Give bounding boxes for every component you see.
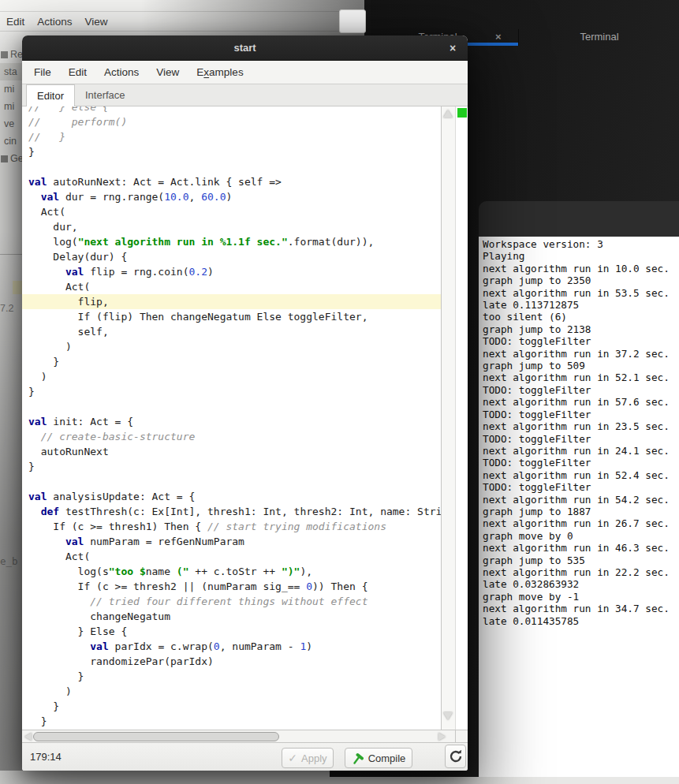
terminal-log-line: graph move by -1 [483,591,679,603]
menu-examples-post: amples [209,66,244,78]
cursor-position: 179:14 [30,751,62,763]
menu-examples-pre: E [196,66,203,78]
code-line: val parIdx = c.wrap(0, numParam - 1) [28,639,441,654]
terminal-log-line: Playing [483,250,679,262]
background-list-item[interactable]: Re [0,46,22,63]
code-line: val autoRunNext: Act = Act.link { self =… [28,174,441,189]
close-icon[interactable]: × [445,40,461,56]
terminal-log-line: next algorithm run in 23.5 sec. [483,420,679,432]
list-item-label: sta [0,66,17,77]
background-menu-item[interactable]: Edit [6,16,24,28]
code-line: If (c >= thresh1) Then { // start trying… [28,519,441,534]
terminal-log-line: TODO: toggleFilter [483,384,679,396]
background-list-item[interactable]: mi [0,98,22,115]
terminal-log-line: TODO: toggleFilter [483,457,679,469]
code-line [28,159,441,174]
code-line: // create-basic-structure [28,429,441,444]
list-item-label: mi [0,84,14,95]
code-line: randomizePar(parIdx) [28,654,441,669]
code-line: ) [28,369,441,384]
horizontal-scrollbar[interactable] [22,730,468,742]
list-item-label: Ge [10,153,22,164]
terminal-log-line: graph jump to 1887 [483,506,679,517]
code-line: val numParam = refGenNumParam [28,534,441,549]
background-menu-item[interactable]: View [85,16,108,28]
code-line: Act( [28,204,441,219]
terminal-log-line: next algorithm run in 22.2 sec. [483,566,679,578]
code-line: } [28,714,441,729]
editor-side-strip [455,106,468,730]
compile-label: Compile [368,752,406,764]
code-line: } [28,459,441,474]
code-line: } [28,384,441,399]
background-highlight-fragment [13,281,22,294]
terminal-log-line: next algorithm run in 46.3 sec. [483,542,679,554]
list-item-icon [1,155,8,162]
code-line: val init: Act = { [28,414,441,429]
refresh-button[interactable] [445,745,466,768]
tab-interface[interactable]: Interface [75,84,136,106]
menu-actions[interactable]: Actions [95,66,147,78]
terminal-log-line: graph jump to 2138 [483,323,679,335]
terminal-output[interactable]: Workspace version: 3Playingnext algorith… [479,237,679,777]
list-item-label: ve [0,118,14,129]
terminal-tab-2[interactable]: Terminal [552,31,647,43]
terminal-log-line: graph jump to 535 [483,554,679,566]
scroll-left-icon[interactable] [24,733,32,741]
terminal-log-line: next algorithm run in 10.0 sec. [483,263,679,274]
background-list-item[interactable]: ve [0,115,22,133]
menu-bar: File Edit Actions View Examples [22,61,468,84]
background-list-item[interactable]: Ge [0,150,22,167]
code-line: If (c >= thresh2 || (numParam sig_== 0))… [28,579,441,594]
terminal-log-line: too silent (6) [483,311,679,323]
background-window-fragment [339,9,366,33]
hammer-icon [352,752,364,764]
code-editor[interactable]: // } else {// perform()// }} val autoRun… [22,106,441,730]
check-icon: ✓ [288,752,297,764]
scroll-right-icon[interactable] [438,733,446,741]
code-line: Act( [28,549,441,564]
background-list-item[interactable]: mi [0,80,22,98]
horizontal-scroll-thumb[interactable] [33,732,279,741]
terminal-log-line: Workspace version: 3 [483,238,679,250]
scroll-up-icon[interactable] [443,110,453,118]
title-bar[interactable]: start × [22,35,468,61]
code-line: } [28,699,441,714]
code-line: // } else { [28,106,441,114]
menu-view[interactable]: View [147,66,188,78]
code-line: val flip = rng.coin(0.2) [28,264,441,279]
background-item-list: RestamimivecinGe [0,46,22,172]
code-line: // tried four different things without e… [28,594,441,609]
menu-examples[interactable]: Examples [188,66,252,78]
code-line: } [28,144,441,159]
editor-tab-bar: Editor Interface [22,84,468,106]
code-line: log("next algorithm run in %1.1f sec.".f… [28,234,441,249]
background-list-item[interactable]: cin [0,133,22,150]
code-line: // } [28,129,441,144]
code-line: dur, [28,219,441,234]
terminal-log-line: next algorithm run in 24.1 sec. [483,445,679,457]
menu-edit[interactable]: Edit [60,66,95,78]
terminal-log-line: late 0.113712875 [483,299,679,311]
background-menu-item[interactable]: Actions [37,16,72,28]
tab-editor[interactable]: Editor [26,84,75,106]
terminal-log-line: next algorithm run in 54.2 sec. [483,494,679,506]
code-line [28,399,441,414]
code-line [28,474,441,489]
terminal-tab-close-icon[interactable]: × [495,31,502,43]
code-line: // perform() [28,114,441,129]
divider [0,254,22,255]
compile-status-indicator [457,108,467,118]
menu-file[interactable]: File [25,66,60,78]
vertical-scrollbar[interactable] [441,106,455,730]
background-menu-bar: EditActionsView [0,11,364,32]
background-partial-label: 7.2 [0,303,13,314]
apply-button[interactable]: ✓ Apply [282,748,334,768]
background-list-item[interactable]: sta [0,63,22,80]
compile-button[interactable]: Compile [345,748,412,768]
list-item-label: mi [0,101,14,112]
scroll-down-icon[interactable] [443,712,453,720]
terminal-log-line: next algorithm run in 52.1 sec. [483,371,679,383]
editor-region: // } else {// perform()// }} val autoRun… [22,106,468,730]
code-line: ) [28,684,441,699]
